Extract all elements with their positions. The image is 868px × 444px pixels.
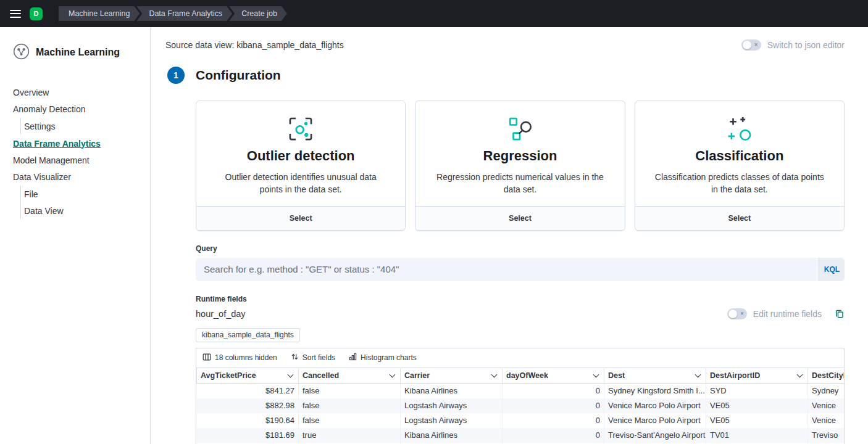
chevron-down-icon[interactable] xyxy=(390,371,396,377)
card-description: Regression predicts numerical values in … xyxy=(415,171,624,196)
json-editor-toggle-label: Switch to json editor xyxy=(767,40,845,50)
sidebar-item-model-management[interactable]: Model Management xyxy=(13,152,141,168)
breadcrumb: Machine Learning Data Frame Analytics Cr… xyxy=(59,6,287,21)
cell: Sydney Kingsford Smith I... xyxy=(604,383,706,398)
cell: Treviso xyxy=(808,428,845,443)
cell: false xyxy=(299,383,401,398)
histogram-charts-label: Histogram charts xyxy=(361,353,417,362)
regression-icon xyxy=(507,116,533,142)
sort-fields-button[interactable]: Sort fields xyxy=(291,353,335,363)
query-bar: KQL xyxy=(196,258,845,281)
copy-icon[interactable] xyxy=(834,308,845,319)
chevron-down-icon[interactable] xyxy=(288,371,294,377)
sidebar-item-overview[interactable]: Overview xyxy=(13,84,141,101)
chevron-down-icon[interactable] xyxy=(593,371,599,377)
table-row: $181.69 true Kibana Airlines 0 Treviso-S… xyxy=(197,428,845,443)
preview-table: AvgTicketPrice Cancelled Carrier dayOfWe… xyxy=(196,368,845,444)
card-description: Outlier detection identifies unusual dat… xyxy=(196,171,405,196)
column-header-destcityname[interactable]: DestCityName xyxy=(808,368,845,383)
cell: Kibana Airlines xyxy=(401,383,503,398)
source-data-view-label: Source data view: kibana_sample_data_fli… xyxy=(165,40,344,50)
cell: VE05 xyxy=(706,413,808,428)
column-header-destairportid[interactable]: DestAirportID xyxy=(706,368,808,383)
columns-hidden-button[interactable]: 18 columns hidden xyxy=(202,353,277,363)
card-classification[interactable]: Classification Classification predicts c… xyxy=(635,101,845,231)
query-label: Query xyxy=(196,244,845,253)
machine-learning-app-icon xyxy=(13,43,30,62)
chevron-down-icon[interactable] xyxy=(695,371,701,377)
analytics-type-cards: Outlier detection Outlier detection iden… xyxy=(196,101,845,231)
column-header-dest[interactable]: Dest xyxy=(604,368,706,383)
column-header-cancelled[interactable]: Cancelled xyxy=(299,368,401,383)
cell: Venice Marco Polo Airport xyxy=(604,398,706,413)
sidebar-item-data-visualizer[interactable]: Data Visualizer xyxy=(13,168,141,185)
sidebar-item-data-frame-analytics[interactable]: Data Frame Analytics xyxy=(13,135,141,152)
cell: Logstash Airways xyxy=(401,398,503,413)
data-grid: 18 columns hidden Sort fields Histogram … xyxy=(196,348,845,444)
edit-runtime-fields-label: Edit runtime fields xyxy=(753,309,822,319)
chevron-down-icon[interactable] xyxy=(797,371,803,377)
grid-toolbar: 18 columns hidden Sort fields Histogram … xyxy=(196,348,844,368)
cell: TV01 xyxy=(706,428,808,443)
step-number-badge: 1 xyxy=(167,67,185,84)
menu-icon[interactable] xyxy=(10,10,21,18)
outlier-detection-icon xyxy=(288,116,314,142)
select-classification-button[interactable]: Select xyxy=(635,206,844,230)
chevron-down-icon[interactable] xyxy=(491,371,498,377)
toggle-off-icon: × xyxy=(740,311,744,317)
json-editor-toggle[interactable]: × xyxy=(741,39,761,51)
cell: false xyxy=(299,413,401,428)
table-row: $841.27 false Kibana Airlines 0 Sydney K… xyxy=(197,383,845,398)
column-header-avgticketprice[interactable]: AvgTicketPrice xyxy=(197,368,299,383)
cell: 0 xyxy=(503,428,604,443)
card-regression[interactable]: Regression Regression predicts numerical… xyxy=(415,101,625,231)
edit-runtime-fields-toggle[interactable]: × xyxy=(727,308,747,319)
card-title: Regression xyxy=(415,148,624,164)
breadcrumb-create-job[interactable]: Create job xyxy=(229,6,287,21)
histogram-charts-button[interactable]: Histogram charts xyxy=(349,353,417,363)
cell: Sydney xyxy=(808,383,845,398)
cell: Venice Marco Polo Airport xyxy=(604,413,706,428)
breadcrumb-data-frame-analytics[interactable]: Data Frame Analytics xyxy=(136,6,232,21)
sidebar-item-data-view[interactable]: Data View xyxy=(24,202,141,219)
toggle-off-icon: × xyxy=(754,42,758,48)
sidebar-item-file[interactable]: File xyxy=(24,186,141,202)
query-search-input[interactable] xyxy=(196,258,819,281)
sidebar-title: Machine Learning xyxy=(36,47,120,58)
cell: SYD xyxy=(706,383,808,398)
top-bar: D Machine Learning Data Frame Analytics … xyxy=(0,0,868,27)
sidebar-item-anomaly-detection[interactable]: Anomaly Detection xyxy=(13,101,141,117)
table-row: $882.98 false Logstash Airways 0 Venice … xyxy=(197,398,845,413)
card-description: Classification predicts classes of data … xyxy=(635,171,844,196)
cell: Treviso-Sant'Angelo Airport xyxy=(604,428,706,443)
cell: 0 xyxy=(503,383,604,398)
sort-icon xyxy=(291,353,299,363)
column-header-dayofweek[interactable]: dayOfWeek xyxy=(503,368,604,383)
cell: Logstash Airways xyxy=(401,413,503,428)
sidebar-item-settings[interactable]: Settings xyxy=(24,118,141,134)
cell: VE05 xyxy=(706,398,808,413)
select-regression-button[interactable]: Select xyxy=(415,206,624,230)
classification-icon xyxy=(727,116,753,142)
runtime-fields-label: Runtime fields xyxy=(196,295,845,303)
cell: Kibana Airlines xyxy=(401,428,503,443)
card-outlier-detection[interactable]: Outlier detection Outlier detection iden… xyxy=(196,101,406,231)
sort-fields-label: Sort fields xyxy=(303,353,335,362)
select-outlier-button[interactable]: Select xyxy=(196,206,405,230)
card-title: Outlier detection xyxy=(196,148,405,164)
cell: false xyxy=(299,398,401,413)
histogram-icon xyxy=(349,353,357,363)
columns-icon xyxy=(202,353,211,363)
columns-hidden-label: 18 columns hidden xyxy=(215,353,277,362)
table-row: $190.64 false Logstash Airways 0 Venice … xyxy=(197,413,845,428)
breadcrumb-machine-learning[interactable]: Machine Learning xyxy=(59,6,140,21)
kql-button[interactable]: KQL xyxy=(819,258,845,281)
sidebar-subgroup-anomaly: Settings xyxy=(20,118,141,134)
space-avatar[interactable]: D xyxy=(30,7,43,20)
cell: $882.98 xyxy=(197,398,299,413)
cell: $841.27 xyxy=(197,383,299,398)
column-header-carrier[interactable]: Carrier xyxy=(401,368,503,383)
sidebar-nav: Overview Anomaly Detection Settings Data… xyxy=(13,84,141,219)
table-header-row: AvgTicketPrice Cancelled Carrier dayOfWe… xyxy=(197,368,845,383)
index-pattern-badge: kibana_sample_data_flights xyxy=(196,328,300,342)
